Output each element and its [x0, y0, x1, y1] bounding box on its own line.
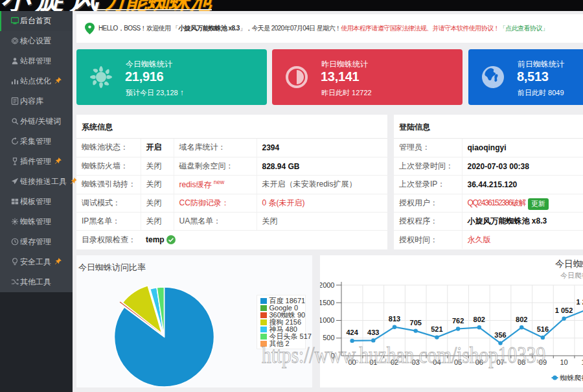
svg-text:1500: 1500 — [320, 299, 335, 306]
svg-text:蜘蛛爬行走势: 蜘蛛爬行走势 — [560, 374, 583, 382]
svg-text:今日蜘蛛统计: 今日蜘蛛统计 — [555, 259, 583, 269]
svg-text:500: 500 — [323, 334, 334, 341]
svg-text:1000: 1000 — [320, 316, 335, 324]
svg-text:1 052: 1 052 — [555, 306, 573, 314]
svg-text:813: 813 — [389, 315, 400, 323]
svg-text:433: 433 — [367, 329, 379, 336]
svg-text:802: 802 — [516, 316, 527, 323]
svg-text:521: 521 — [431, 325, 442, 333]
svg-text:424: 424 — [346, 329, 358, 336]
svg-text:10: 10 — [560, 358, 567, 366]
svg-text:1 288: 1 288 — [577, 298, 583, 306]
svg-text:516: 516 — [537, 325, 549, 333]
svg-text:762: 762 — [452, 317, 464, 325]
svg-text:2000: 2000 — [320, 281, 335, 289]
svg-text:705: 705 — [410, 319, 422, 327]
svg-text:802: 802 — [474, 316, 485, 323]
svg-text:今日爬行走势: 今日爬行走势 — [560, 271, 583, 279]
svg-text:356: 356 — [494, 331, 506, 339]
